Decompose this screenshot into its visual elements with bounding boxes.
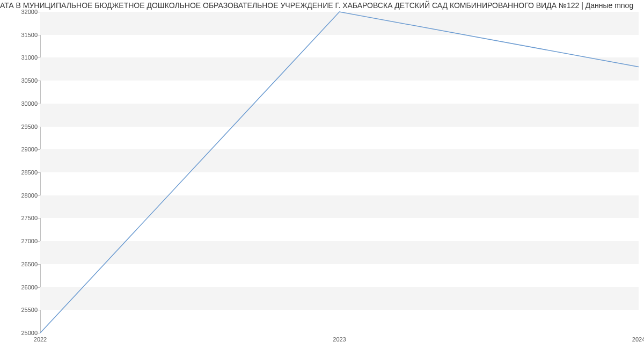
y-tick-mark (38, 104, 40, 104)
y-tick-mark (38, 172, 40, 173)
x-tick-label: 2024 (632, 336, 644, 343)
plot-area (40, 12, 639, 333)
y-tick-label: 30500 (21, 77, 38, 84)
y-tick-label: 29000 (21, 146, 38, 152)
y-tick-mark (38, 57, 40, 58)
chart-title: АТА В МУНИЦИПАЛЬНОЕ БЮДЖЕТНОЕ ДОШКОЛЬНОЕ… (0, 0, 644, 12)
y-tick-label: 25000 (21, 330, 38, 336)
y-tick-label: 29500 (21, 123, 38, 130)
y-tick-label: 26000 (21, 284, 38, 290)
y-tick-mark (38, 149, 40, 150)
y-tick-mark (38, 241, 40, 242)
y-tick-mark (38, 195, 40, 196)
y-tick-label: 27000 (21, 238, 38, 244)
y-tick-mark (38, 35, 40, 35)
y-tick-label: 31000 (21, 54, 38, 61)
y-tick-mark (38, 264, 40, 265)
y-tick-mark (38, 12, 40, 12)
x-tick-label: 2023 (333, 336, 346, 343)
y-tick-mark (38, 127, 40, 127)
y-tick-label: 28500 (21, 169, 38, 176)
chart-container: АТА В МУНИЦИПАЛЬНОЕ БЮДЖЕТНОЕ ДОШКОЛЬНОЕ… (0, 0, 644, 349)
y-tick-label: 30000 (21, 100, 38, 107)
y-tick-mark (38, 333, 40, 333)
y-tick-label: 27500 (21, 215, 38, 221)
y-tick-mark (38, 81, 40, 81)
y-tick-label: 26500 (21, 261, 38, 267)
x-tick-label: 2022 (34, 336, 47, 343)
y-tick-label: 25500 (21, 307, 38, 313)
y-tick-mark (38, 287, 40, 288)
y-tick-mark (38, 218, 40, 219)
y-tick-label: 31500 (21, 32, 38, 38)
y-tick-label: 28000 (21, 192, 38, 199)
data-series-line (40, 12, 639, 333)
line-chart-svg (40, 12, 639, 333)
y-tick-label: 32000 (21, 9, 38, 15)
y-tick-mark (38, 310, 40, 310)
